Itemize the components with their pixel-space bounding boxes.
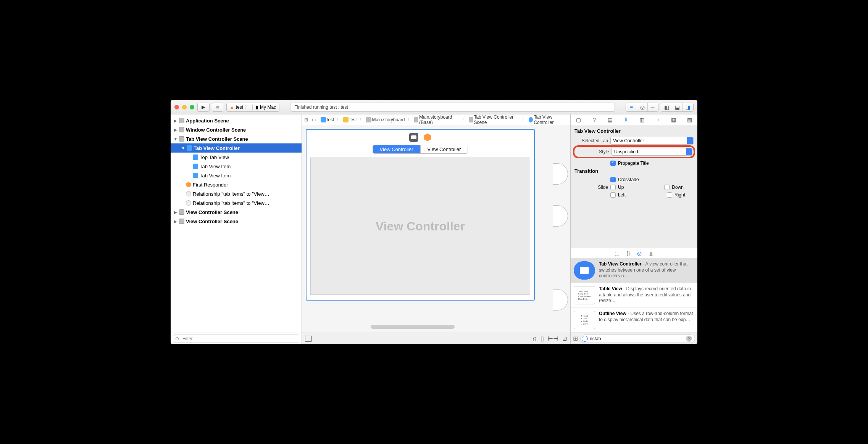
crossfade-checkbox[interactable] xyxy=(610,177,616,182)
canvas-bottom-bar: ⎌ ▯ ⊢⊣ ⊿ xyxy=(302,333,570,344)
first-responder-icon[interactable] xyxy=(424,134,431,141)
identity-inspector-icon[interactable]: ▤ xyxy=(606,116,615,123)
canvas-option-icon[interactable]: ⊿ xyxy=(562,335,567,342)
scene-icon xyxy=(179,219,184,224)
tab-segmented-control[interactable]: View Controller View Controller xyxy=(373,145,468,154)
library-filter-input[interactable] xyxy=(580,335,695,343)
tab-view-controller-canvas[interactable]: View Controller View Controller View Con… xyxy=(306,129,535,301)
library-item-tvc[interactable]: Tab View Controller - A view controller … xyxy=(571,258,697,283)
grid-view-icon[interactable]: ⊞ xyxy=(573,335,578,342)
canvas-option-icon[interactable]: ⎌ xyxy=(533,335,537,342)
version-editor-icon[interactable]: ↔ xyxy=(647,103,658,111)
outline-row-tvc-scene[interactable]: Tab View Controller Scene xyxy=(171,134,302,143)
outline-row-window-scene[interactable]: Window Controller Scene xyxy=(171,125,302,134)
folder-icon xyxy=(343,117,348,122)
library-tabs[interactable]: ▢ {} ◎ ▥ xyxy=(571,248,697,258)
tab-view-controller-icon xyxy=(187,145,192,151)
jump-bar[interactable]: ⊞ ‹ › test〉 test〉 Main.storyboard〉 Main.… xyxy=(302,114,570,125)
left-panel-toggle-icon[interactable]: ◧ xyxy=(661,103,672,111)
library-item-outline-view[interactable]: ▼ Matt ▸ Jon ▸ Kelly ▸ Chris Outline Vie… xyxy=(571,308,697,333)
selected-tab-popup[interactable]: View Controller xyxy=(610,137,694,145)
bindings-inspector-icon[interactable]: ▦ xyxy=(670,116,678,123)
help-inspector-icon[interactable]: ? xyxy=(590,116,599,123)
jump-item[interactable]: Tab View Controller Scene xyxy=(468,114,520,125)
assistant-editor-icon[interactable]: ◎ xyxy=(637,103,647,111)
canvas-option-icon[interactable]: ▯ xyxy=(540,335,544,342)
selected-tab-label: Selected Tab xyxy=(574,138,608,143)
zoom-window-button[interactable] xyxy=(190,105,194,109)
connections-inspector-icon[interactable]: → xyxy=(653,116,662,123)
outline-row-vc-scene[interactable]: View Controller Scene xyxy=(171,217,302,226)
code-snippet-library-icon[interactable]: {} xyxy=(626,250,630,256)
minimize-window-button[interactable] xyxy=(182,105,187,109)
effects-inspector-icon[interactable]: ▧ xyxy=(685,116,694,123)
jump-item[interactable]: test xyxy=(342,117,357,122)
run-button[interactable]: ▶ xyxy=(197,103,210,112)
slide-left-checkbox[interactable] xyxy=(610,192,616,198)
related-items-icon[interactable]: ⊞ xyxy=(304,117,308,122)
standard-editor-icon[interactable]: ≡ xyxy=(626,103,637,111)
outline-toggle-icon[interactable] xyxy=(305,336,312,342)
editor-mode-segmented[interactable]: ≡ ◎ ↔ xyxy=(626,103,658,112)
outline-row-app-scene[interactable]: Application Scene xyxy=(171,116,302,125)
slide-left-label: Left xyxy=(618,192,626,198)
back-button[interactable]: ‹ xyxy=(311,116,313,123)
outline-row-top-tab-view[interactable]: Top Tab View xyxy=(171,153,302,162)
propagate-title-checkbox[interactable] xyxy=(610,161,616,166)
outline-row-relationship[interactable]: Relationship "tab items" to "View… xyxy=(171,189,302,198)
first-responder-icon xyxy=(186,182,191,187)
jump-item[interactable]: test xyxy=(320,117,335,122)
outline-row-tab-item[interactable]: Tab View Item xyxy=(171,171,302,180)
slide-down-checkbox[interactable] xyxy=(664,185,670,190)
tab-item-icon xyxy=(193,173,198,178)
jump-item[interactable]: Main.storyboard (Base) xyxy=(413,114,460,125)
panel-toggle-segmented[interactable]: ◧ ⬓ ◨ xyxy=(661,103,694,112)
inspector-section-title: Tab View Controller xyxy=(574,128,694,134)
project-icon xyxy=(321,117,326,122)
library-item-title: Tab View Controller xyxy=(599,261,642,267)
slide-label: Slide xyxy=(574,185,608,190)
forward-button[interactable]: › xyxy=(314,116,316,123)
jump-item[interactable]: Tab View Controller xyxy=(528,114,568,125)
outline-row-tvc[interactable]: Tab View Controller xyxy=(171,143,302,153)
scheme-app-name: test xyxy=(236,105,243,110)
style-popup[interactable]: Unspecified xyxy=(611,148,692,156)
outline-row-relationship[interactable]: Relationship "tab items" to "View… xyxy=(171,198,302,208)
bottom-panel-toggle-icon[interactable]: ⬓ xyxy=(672,103,682,111)
outline-row-first-responder[interactable]: First Responder xyxy=(171,180,302,189)
slide-up-label: Up xyxy=(618,185,624,190)
object-library-icon[interactable]: ◎ xyxy=(637,250,642,256)
tab-2[interactable]: View Controller xyxy=(420,145,468,153)
horizontal-scrollbar[interactable] xyxy=(371,325,455,329)
slide-right-checkbox[interactable] xyxy=(667,192,672,198)
inspector-tabs[interactable]: ▢ ? ▤ ⇩ ▥ → ▦ ▧ xyxy=(571,114,697,125)
library-item-table-view[interactable]: Jon ClearKelly BlueChris GreenRon Pink T… xyxy=(571,283,697,308)
outline-row-tab-item[interactable]: Tab View Item xyxy=(171,162,302,171)
scheme-selector[interactable]: ▲test〉 ▮My Mac xyxy=(226,103,279,112)
attributes-inspector-icon[interactable]: ⇩ xyxy=(622,116,630,123)
segue-icon xyxy=(186,200,191,206)
file-inspector-icon[interactable]: ▢ xyxy=(574,116,583,123)
filter-scope-icon[interactable] xyxy=(582,336,588,342)
slide-up-checkbox[interactable] xyxy=(610,185,616,190)
scene-icon xyxy=(469,117,473,122)
library-list[interactable]: Tab View Controller - A view controller … xyxy=(571,258,697,333)
outline-filter-input[interactable] xyxy=(173,335,299,343)
outline-filter-bar: ⊙ xyxy=(171,333,302,344)
right-panel-toggle-icon[interactable]: ◨ xyxy=(682,103,693,111)
content-view-placeholder: View Controller xyxy=(310,158,530,295)
jump-item[interactable]: Main.storyboard xyxy=(365,117,406,122)
tab-1[interactable]: View Controller xyxy=(373,145,420,153)
close-window-button[interactable] xyxy=(174,105,179,109)
size-inspector-icon[interactable]: ▥ xyxy=(638,116,646,123)
controller-icon[interactable] xyxy=(409,133,418,142)
stop-button[interactable]: ■ xyxy=(212,103,223,112)
outline-row-vc-scene[interactable]: View Controller Scene xyxy=(171,208,302,217)
ib-canvas[interactable]: View Controller View Controller View Con… xyxy=(302,125,570,333)
storyboard-icon xyxy=(414,117,419,122)
file-template-library-icon[interactable]: ▢ xyxy=(615,250,620,256)
canvas-option-icon[interactable]: ⊢⊣ xyxy=(548,335,558,342)
clear-filter-button[interactable]: ✕ xyxy=(686,336,692,342)
slide-right-label: Right xyxy=(674,192,685,198)
media-library-icon[interactable]: ▥ xyxy=(649,250,653,256)
